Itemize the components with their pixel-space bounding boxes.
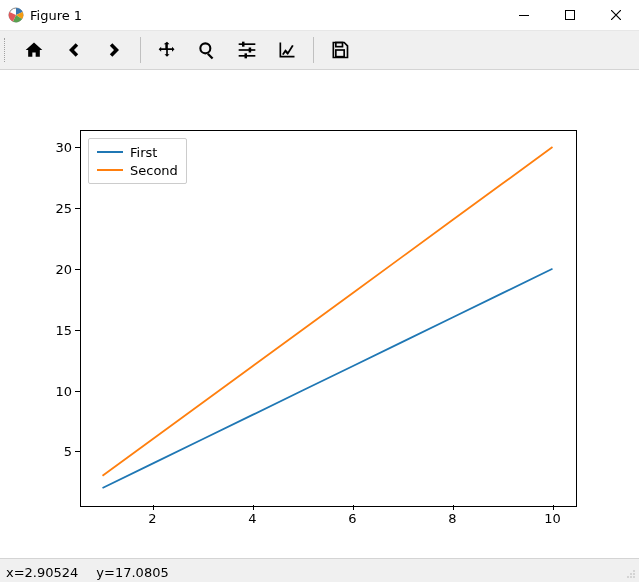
line-first xyxy=(103,269,553,488)
home-button[interactable] xyxy=(17,34,51,66)
y-tick-label: 15 xyxy=(32,322,72,337)
toolbar-separator xyxy=(313,37,314,63)
edit-axes-button[interactable] xyxy=(270,34,304,66)
pan-button[interactable] xyxy=(150,34,184,66)
arrow-right-icon xyxy=(104,40,124,60)
sliders-icon xyxy=(237,40,257,60)
figure-canvas[interactable]: 51015202530 246810 First Second xyxy=(0,70,639,558)
save-icon xyxy=(330,40,350,60)
x-tick-label: 6 xyxy=(348,511,356,526)
window-title: Figure 1 xyxy=(30,8,82,23)
magnifier-icon xyxy=(197,40,217,60)
svg-rect-7 xyxy=(239,49,256,51)
svg-rect-5 xyxy=(239,43,256,45)
svg-rect-1 xyxy=(519,15,529,16)
forward-button[interactable] xyxy=(97,34,131,66)
svg-point-16 xyxy=(630,573,632,575)
status-bar: x=2.90524 y=17.0805 xyxy=(0,558,639,582)
line-second xyxy=(103,147,553,476)
svg-point-13 xyxy=(633,570,635,572)
plot-lines xyxy=(80,130,575,505)
x-tick-label: 4 xyxy=(248,511,256,526)
legend-swatch xyxy=(97,151,123,153)
svg-rect-12 xyxy=(336,50,344,57)
legend: First Second xyxy=(88,138,187,184)
status-y-coord: y=17.0805 xyxy=(96,565,168,580)
resize-grip-icon[interactable] xyxy=(626,569,636,579)
y-tick-label: 25 xyxy=(32,200,72,215)
window-titlebar: Figure 1 xyxy=(0,0,639,30)
svg-rect-8 xyxy=(249,48,252,53)
x-tick-label: 8 xyxy=(448,511,456,526)
chart-line-icon xyxy=(277,40,297,60)
home-icon xyxy=(24,40,44,60)
svg-point-17 xyxy=(630,576,632,578)
status-x-coord: x=2.90524 xyxy=(6,565,78,580)
svg-rect-2 xyxy=(566,11,575,20)
y-tick-label: 5 xyxy=(32,444,72,459)
x-tick-label: 2 xyxy=(148,511,156,526)
svg-rect-10 xyxy=(245,53,248,58)
svg-point-14 xyxy=(633,573,635,575)
move-icon xyxy=(157,40,177,60)
toolbar-separator xyxy=(140,37,141,63)
window-controls xyxy=(501,0,639,30)
toolbar-handle xyxy=(4,38,8,62)
back-button[interactable] xyxy=(57,34,91,66)
svg-rect-4 xyxy=(207,53,213,59)
configure-subplots-button[interactable] xyxy=(230,34,264,66)
legend-label: Second xyxy=(130,163,178,178)
window-close-button[interactable] xyxy=(593,0,639,30)
matplotlib-icon xyxy=(8,7,24,23)
legend-item-first: First xyxy=(97,143,178,161)
save-button[interactable] xyxy=(323,34,357,66)
arrow-left-icon xyxy=(64,40,84,60)
x-tick-label: 10 xyxy=(544,511,561,526)
zoom-button[interactable] xyxy=(190,34,224,66)
window-minimize-button[interactable] xyxy=(501,0,547,30)
y-tick-label: 10 xyxy=(32,383,72,398)
svg-point-3 xyxy=(200,43,210,53)
y-tick-label: 20 xyxy=(32,261,72,276)
legend-label: First xyxy=(130,145,157,160)
window-maximize-button[interactable] xyxy=(547,0,593,30)
svg-point-18 xyxy=(627,576,629,578)
y-tick-label: 30 xyxy=(32,140,72,155)
figure-toolbar xyxy=(0,30,639,70)
svg-point-15 xyxy=(633,576,635,578)
legend-item-second: Second xyxy=(97,161,178,179)
legend-swatch xyxy=(97,169,123,171)
svg-rect-11 xyxy=(336,43,343,47)
svg-rect-6 xyxy=(242,42,245,47)
